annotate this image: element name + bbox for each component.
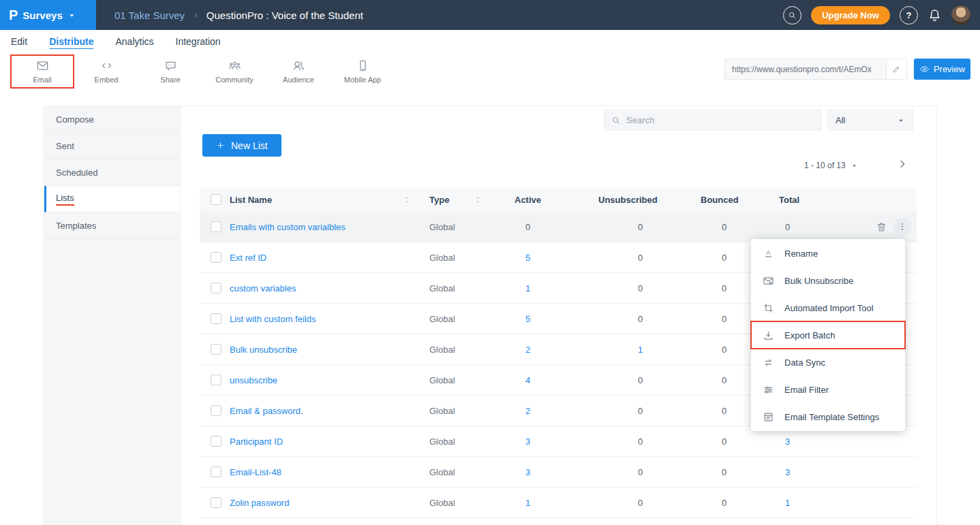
row-checkbox[interactable] — [211, 283, 221, 293]
sidebar-item[interactable]: Templates — [44, 212, 180, 239]
active-count[interactable]: 3 — [491, 467, 580, 477]
table-row[interactable]: Email-List-48 Global 3 0 0 3 — [200, 457, 917, 488]
bulk-unsubscribe-icon — [763, 275, 774, 287]
active-count[interactable]: 5 — [491, 253, 580, 263]
toolbar-item[interactable]: Share — [138, 54, 202, 89]
unsubscribed-count[interactable]: 1 — [580, 345, 682, 355]
preview-label: Preview — [934, 64, 965, 74]
context-menu-item[interactable]: Bulk Unsubscribe — [751, 267, 905, 294]
toolbar-item[interactable]: Email — [10, 54, 74, 89]
filter-dropdown[interactable]: All — [827, 110, 913, 131]
nav-tab[interactable]: Edit — [11, 36, 27, 47]
survey-url[interactable]: https://www.questionpro.com/t/AEmOx — [725, 65, 886, 74]
unsubscribed-count[interactable]: 0 — [580, 314, 682, 324]
bounced-count[interactable]: 0 — [682, 436, 771, 447]
search-input[interactable] — [626, 115, 814, 125]
sidebar-item[interactable]: Compose — [44, 106, 180, 133]
unsubscribed-count[interactable]: 0 — [580, 498, 682, 508]
active-count[interactable]: 3 — [491, 436, 580, 447]
active-count[interactable]: 2 — [491, 406, 580, 416]
unsubscribed-count[interactable]: 0 — [580, 406, 682, 416]
list-name-link[interactable]: List with custom feilds — [230, 314, 316, 324]
edit-url-button[interactable] — [886, 59, 906, 79]
unsubscribed-count[interactable]: 0 — [580, 222, 682, 232]
nav-tab[interactable]: Distribute — [49, 36, 93, 47]
surveys-menu[interactable]: P Surveys — [0, 0, 96, 30]
total-count[interactable]: 0 — [771, 222, 859, 232]
context-menu-item[interactable]: A Rename — [751, 240, 905, 267]
sidebar-item[interactable]: Lists — [44, 186, 180, 212]
next-page-button[interactable] — [895, 157, 910, 172]
context-menu-item[interactable]: Automated Import Tool — [751, 294, 905, 321]
preview-button[interactable]: Preview — [914, 59, 970, 80]
bounced-count[interactable]: 0 — [682, 498, 771, 508]
list-name-link[interactable]: Bulk unsubscribe — [230, 345, 297, 355]
distribute-channels: Email Embed Share Community Audience — [10, 54, 395, 89]
list-name-link[interactable]: Zolin password — [230, 498, 289, 508]
active-count[interactable]: 5 — [491, 314, 580, 324]
row-menu-button[interactable] — [893, 218, 911, 236]
list-name-link[interactable]: Ext ref ID — [230, 253, 266, 263]
unsubscribed-count[interactable]: 0 — [580, 253, 682, 263]
unsubscribed-count[interactable]: 0 — [580, 467, 682, 477]
survey-nav: Edit Distribute Analytics Integration — [0, 30, 980, 53]
total-count[interactable]: 3 — [771, 467, 859, 477]
unsubscribed-count[interactable]: 0 — [580, 436, 682, 447]
bounced-count[interactable]: 0 — [682, 222, 771, 232]
row-checkbox[interactable] — [211, 466, 221, 477]
new-list-button[interactable]: New List — [202, 134, 281, 157]
toolbar-item[interactable]: Embed — [74, 54, 138, 89]
active-count[interactable]: 4 — [491, 375, 580, 385]
row-checkbox[interactable] — [211, 252, 221, 263]
row-checkbox[interactable] — [211, 375, 221, 385]
list-name-link[interactable]: Email & password. — [230, 406, 303, 416]
sort-icon[interactable] — [402, 195, 411, 204]
help-button[interactable]: ? — [900, 6, 918, 25]
context-menu-item[interactable]: Email Filter — [751, 376, 905, 403]
nav-tab[interactable]: Analytics — [115, 36, 153, 47]
export-icon — [763, 330, 774, 341]
toolbar-item[interactable]: Community — [202, 54, 266, 89]
context-menu-item[interactable]: Email Template Settings — [751, 403, 905, 430]
total-count[interactable]: 1 — [771, 498, 859, 508]
row-checkbox[interactable] — [211, 221, 221, 232]
list-type: Global — [416, 406, 491, 416]
user-avatar[interactable] — [951, 5, 970, 25]
delete-list-icon[interactable] — [876, 221, 887, 233]
list-name-link[interactable]: unsubscribe — [230, 375, 277, 385]
table-row[interactable]: Zolin password Global 1 0 0 1 — [200, 488, 917, 518]
bounced-count[interactable]: 0 — [682, 467, 771, 477]
list-name-link[interactable]: Participant ID — [230, 436, 283, 447]
upgrade-now-button[interactable]: Upgrade Now — [811, 6, 890, 25]
unsubscribed-count[interactable]: 0 — [580, 283, 682, 293]
context-menu-item[interactable]: Data Sync — [751, 349, 905, 376]
table-row[interactable]: Emails with custom varialbles Global 0 0… — [200, 212, 917, 242]
notifications-bell-icon[interactable] — [928, 8, 942, 22]
select-all-checkbox[interactable] — [211, 194, 221, 205]
toolbar-item[interactable]: Mobile App — [331, 54, 395, 89]
list-name-link[interactable]: custom variables — [230, 283, 296, 293]
active-count[interactable]: 2 — [491, 345, 580, 355]
active-count[interactable]: 1 — [491, 283, 580, 293]
pagination-range: 1 - 10 of 13 — [804, 161, 846, 170]
active-count[interactable]: 0 — [491, 222, 580, 232]
sidebar-item[interactable]: Sent — [44, 133, 180, 159]
nav-tab[interactable]: Integration — [176, 36, 221, 47]
active-count[interactable]: 1 — [491, 498, 580, 508]
total-count[interactable]: 3 — [771, 436, 859, 447]
unsubscribed-count[interactable]: 0 — [580, 375, 682, 385]
row-checkbox[interactable] — [211, 436, 221, 447]
context-menu-item[interactable]: Export Batch — [751, 321, 905, 349]
list-name-link[interactable]: Email-List-48 — [230, 467, 281, 477]
toolbar-item[interactable]: Audience — [266, 54, 331, 89]
list-name-link[interactable]: Emails with custom varialbles — [230, 222, 346, 232]
sort-icon[interactable] — [474, 195, 483, 204]
row-checkbox[interactable] — [211, 313, 221, 324]
pagination-dropdown[interactable]: 1 - 10 of 13 — [804, 161, 858, 170]
sidebar-item[interactable]: Scheduled — [44, 159, 180, 186]
row-checkbox[interactable] — [211, 405, 221, 416]
breadcrumb-survey-link[interactable]: 01 Take Survey — [114, 10, 185, 21]
row-checkbox[interactable] — [211, 497, 221, 508]
row-checkbox[interactable] — [211, 344, 221, 355]
search-button[interactable] — [783, 6, 801, 25]
